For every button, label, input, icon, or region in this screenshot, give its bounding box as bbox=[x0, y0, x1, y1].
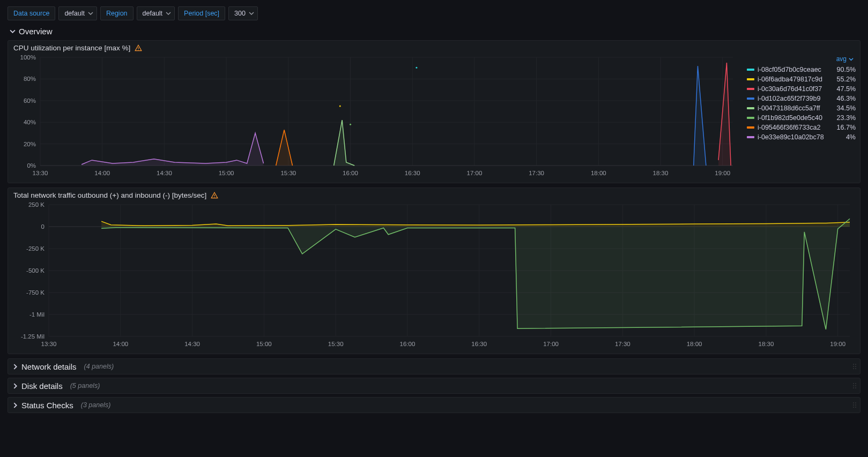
legend-series-value: 23.3% bbox=[830, 114, 856, 122]
svg-point-92 bbox=[855, 385, 856, 386]
svg-text:-250 K: -250 K bbox=[26, 245, 44, 252]
panel-title-bar: Total network traffic outbound (+) and i… bbox=[8, 188, 860, 200]
legend-series-value: 16.7% bbox=[830, 124, 856, 131]
svg-text:20%: 20% bbox=[24, 141, 36, 147]
var-value-data-source: default bbox=[64, 10, 85, 17]
svg-text:19:00: 19:00 bbox=[715, 170, 730, 176]
svg-text:17:30: 17:30 bbox=[529, 170, 544, 176]
row-disk-details[interactable]: Disk details (5 panels) bbox=[8, 378, 860, 394]
legend-series-name: i-095466f36f6733ca2 bbox=[758, 124, 827, 131]
svg-text:0: 0 bbox=[41, 223, 44, 230]
svg-text:-750 K: -750 K bbox=[26, 289, 44, 296]
svg-point-97 bbox=[853, 404, 854, 406]
legend-series-name: i-0f1b982d5e0de5c40 bbox=[758, 114, 827, 122]
legend-cpu: avg i-08cf05d7b0c9ceaec90.5%i-06f6adba47… bbox=[740, 53, 856, 178]
row-network-details[interactable]: Network details (4 panels) bbox=[8, 358, 860, 374]
drag-handle-icon[interactable] bbox=[852, 402, 857, 408]
legend-series-value: 34.5% bbox=[830, 104, 856, 112]
chevron-down-icon bbox=[849, 57, 854, 62]
row-title: Network details bbox=[21, 362, 77, 371]
svg-point-100 bbox=[855, 407, 856, 408]
svg-point-88 bbox=[855, 368, 856, 369]
var-value-region: default bbox=[143, 10, 163, 17]
var-label-period: Period [sec] bbox=[178, 6, 225, 20]
var-value-period: 300 bbox=[234, 10, 246, 17]
svg-text:15:00: 15:00 bbox=[219, 170, 234, 176]
row-status-checks[interactable]: Status Checks (3 panels) bbox=[8, 397, 860, 413]
svg-text:14:00: 14:00 bbox=[94, 170, 110, 176]
svg-text:14:30: 14:30 bbox=[184, 341, 200, 347]
svg-point-83 bbox=[853, 364, 854, 365]
legend-item[interactable]: i-0c30a6d76d41c0f3747.5% bbox=[747, 84, 856, 94]
panel-count: (5 panels) bbox=[70, 382, 100, 389]
svg-point-95 bbox=[853, 402, 854, 403]
warning-icon[interactable] bbox=[135, 44, 142, 52]
var-data-source: Data source default bbox=[8, 6, 97, 20]
svg-point-86 bbox=[855, 366, 856, 367]
chart-network-traffic[interactable]: -1.25 Mil-1 Mil-750 K-500 K-250 K0250 K1… bbox=[12, 200, 856, 349]
legend-item[interactable]: i-0f1b982d5e0de5c4023.3% bbox=[747, 113, 856, 123]
variable-bar: Data source default Region default Perio… bbox=[8, 6, 860, 20]
svg-text:16:30: 16:30 bbox=[471, 341, 487, 347]
svg-text:18:30: 18:30 bbox=[653, 170, 669, 176]
chart-cpu[interactable]: 0%20%40%60%80%100%13:3014:0014:3015:0015… bbox=[12, 53, 740, 178]
chevron-right-icon bbox=[12, 383, 18, 389]
svg-point-85 bbox=[853, 366, 854, 367]
legend-item[interactable]: i-0d102ac65f2f739b946.3% bbox=[747, 94, 856, 103]
svg-text:14:30: 14:30 bbox=[157, 170, 172, 176]
legend-series-name: i-0e33e89c10a02bc78 bbox=[758, 133, 827, 141]
legend-sort-header[interactable]: avg bbox=[747, 55, 856, 63]
legend-item[interactable]: i-00473188d6cc5a7ff34.5% bbox=[747, 103, 856, 113]
legend-item[interactable]: i-0e33e89c10a02bc784% bbox=[747, 132, 856, 142]
svg-text:-1.25 Mil: -1.25 Mil bbox=[21, 333, 44, 340]
svg-point-99 bbox=[853, 407, 854, 408]
legend-series-value: 47.5% bbox=[830, 85, 856, 93]
svg-point-89 bbox=[853, 383, 854, 384]
svg-text:100%: 100% bbox=[20, 54, 36, 61]
panel-count: (3 panels) bbox=[81, 401, 111, 409]
var-select-region[interactable]: default bbox=[137, 6, 175, 20]
chevron-right-icon bbox=[12, 402, 18, 408]
svg-point-40 bbox=[339, 105, 341, 107]
chevron-right-icon bbox=[12, 364, 18, 370]
legend-sort-label: avg bbox=[836, 55, 847, 63]
svg-text:14:00: 14:00 bbox=[113, 341, 128, 347]
drag-handle-icon[interactable] bbox=[852, 383, 857, 389]
legend-series-value: 90.5% bbox=[830, 66, 856, 73]
var-label-data-source: Data source bbox=[8, 6, 55, 20]
svg-text:15:30: 15:30 bbox=[328, 341, 344, 347]
var-select-period[interactable]: 300 bbox=[228, 6, 258, 20]
svg-text:16:00: 16:00 bbox=[400, 341, 416, 347]
legend-item[interactable]: i-06f6adba479817c9d55.2% bbox=[747, 74, 856, 84]
legend-item[interactable]: i-095466f36f6733ca216.7% bbox=[747, 123, 856, 132]
legend-series-name: i-0d102ac65f2f739b9 bbox=[758, 95, 827, 102]
svg-text:-1 Mil: -1 Mil bbox=[29, 311, 44, 318]
svg-text:80%: 80% bbox=[24, 76, 36, 82]
var-select-data-source[interactable]: default bbox=[58, 6, 97, 20]
panel-network-traffic[interactable]: Total network traffic outbound (+) and i… bbox=[8, 188, 860, 354]
svg-text:18:00: 18:00 bbox=[687, 341, 702, 347]
var-period: Period [sec] 300 bbox=[178, 6, 258, 20]
svg-point-87 bbox=[853, 368, 854, 369]
panel-cpu[interactable]: CPU utilization per instance [max %] 0%2… bbox=[8, 40, 860, 183]
svg-point-90 bbox=[855, 383, 856, 384]
legend-swatch bbox=[747, 78, 754, 80]
legend-swatch bbox=[747, 88, 754, 90]
panel-title: Total network traffic outbound (+) and i… bbox=[13, 191, 206, 199]
legend-swatch bbox=[747, 126, 754, 129]
svg-text:15:30: 15:30 bbox=[280, 170, 296, 176]
svg-text:16:00: 16:00 bbox=[343, 170, 358, 176]
svg-text:60%: 60% bbox=[24, 98, 36, 104]
panel-title: CPU utilization per instance [max %] bbox=[13, 44, 130, 52]
drag-handle-icon[interactable] bbox=[852, 363, 857, 370]
row-overview[interactable]: Overview bbox=[8, 25, 860, 38]
chevron-down-icon bbox=[166, 11, 171, 16]
legend-item[interactable]: i-08cf05d7b0c9ceaec90.5% bbox=[747, 65, 856, 74]
legend-series-value: 46.3% bbox=[830, 95, 856, 102]
svg-text:18:00: 18:00 bbox=[591, 170, 606, 176]
svg-text:17:30: 17:30 bbox=[615, 341, 630, 347]
legend-swatch bbox=[747, 136, 754, 138]
svg-text:13:30: 13:30 bbox=[41, 341, 57, 347]
warning-icon[interactable] bbox=[211, 192, 218, 199]
svg-text:19:00: 19:00 bbox=[830, 341, 845, 347]
